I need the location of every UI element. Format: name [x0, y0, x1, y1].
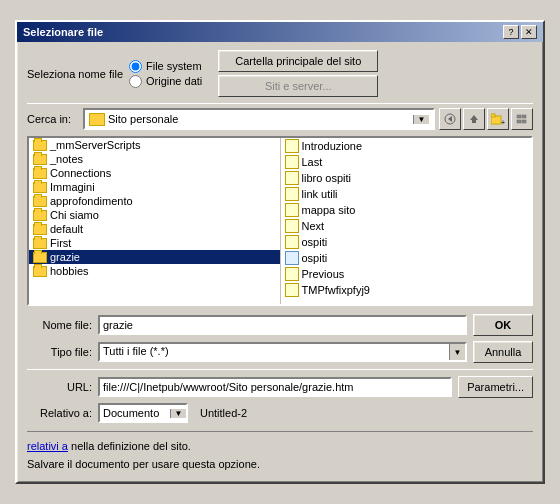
cerca-value: Sito personale: [108, 113, 410, 125]
folder-icon: [33, 154, 47, 165]
folder-icon: [33, 252, 47, 263]
html-icon: [285, 139, 299, 153]
dialog-content: Seleziona nome file File system Origine …: [17, 42, 543, 481]
html-icon: [285, 219, 299, 233]
file-item-libro-ospiti[interactable]: libro ospiti: [281, 170, 532, 186]
siti-button[interactable]: Siti e server...: [218, 75, 378, 97]
html-icon: [285, 283, 299, 297]
folder-icon: [33, 196, 47, 207]
file-item-last[interactable]: Last: [281, 154, 532, 170]
nav-buttons: +: [439, 108, 533, 130]
next-label: Next: [302, 220, 325, 232]
svg-rect-7: [517, 120, 521, 123]
tipo-file-value: Tutti i file (*.*): [100, 344, 449, 360]
html-icon: [285, 235, 299, 249]
file-item-mmServerScripts[interactable]: _mmServerScripts: [29, 138, 280, 152]
svg-rect-3: [491, 114, 495, 117]
relativo-docname: Untitled-2: [200, 407, 247, 419]
source-row: Seleziona nome file File system Origine …: [27, 50, 533, 97]
file-item-first[interactable]: First: [29, 236, 280, 250]
footer-link[interactable]: relativi a: [27, 440, 68, 452]
file-item-immagini[interactable]: Immagini: [29, 180, 280, 194]
file-item-grazie[interactable]: grazie: [29, 250, 280, 264]
html-icon2: [285, 251, 299, 265]
tipo-file-row: Tipo file: Tutti i file (*.*) ▼ Annulla: [27, 341, 533, 363]
file-item-tmpfwfixpfyj9[interactable]: TMPfwfixpfyj9: [281, 282, 532, 298]
folder-icon: [33, 182, 47, 193]
footer-line1-rest: nella definizione del sito.: [68, 440, 191, 452]
file-item-notes[interactable]: _notes: [29, 152, 280, 166]
tipo-file-label: Tipo file:: [27, 346, 92, 358]
cartella-button[interactable]: Cartella principale del sito: [218, 50, 378, 72]
html-icon: [285, 171, 299, 185]
file-item-default[interactable]: default: [29, 222, 280, 236]
folder-icon: [33, 140, 47, 151]
relativo-row: Relativo a: Documento ▼ Untitled-2: [27, 403, 533, 423]
title-bar: Selezionare file ? ✕: [17, 22, 543, 42]
nav-up-btn[interactable]: [463, 108, 485, 130]
nav-new-folder-btn[interactable]: +: [487, 108, 509, 130]
svg-rect-8: [522, 120, 526, 123]
folder-icon: [33, 210, 47, 221]
radio-origine-label: Origine dati: [146, 75, 202, 87]
relativo-combo: Documento ▼: [98, 403, 188, 423]
nav-back-btn[interactable]: [439, 108, 461, 130]
file-item-hobbies[interactable]: hobbies: [29, 264, 280, 278]
cerca-dropdown-btn[interactable]: ▼: [413, 115, 429, 124]
folder-icon: [33, 224, 47, 235]
svg-rect-5: [517, 115, 521, 118]
file-item-link-utili[interactable]: link utili: [281, 186, 532, 202]
relativo-dropdown-btn[interactable]: ▼: [170, 409, 186, 418]
file-item-connections[interactable]: Connections: [29, 166, 280, 180]
html-icon: [285, 187, 299, 201]
footer-line1: relativi a nella definizione del sito.: [27, 438, 533, 456]
file-item-ospiti2[interactable]: ospiti: [281, 250, 532, 266]
footer: relativi a nella definizione del sito. S…: [27, 431, 533, 473]
title-bar-buttons: ? ✕: [503, 25, 537, 39]
nav-view-btn[interactable]: [511, 108, 533, 130]
file-item-introduzione[interactable]: Introduzione: [281, 138, 532, 154]
tipo-file-combo: Tutti i file (*.*) ▼: [98, 342, 467, 362]
file-item-next[interactable]: Next: [281, 218, 532, 234]
folder-icon-cerca: [89, 113, 105, 126]
help-button[interactable]: ?: [503, 25, 519, 39]
close-button[interactable]: ✕: [521, 25, 537, 39]
cancel-button[interactable]: Annulla: [473, 341, 533, 363]
svg-text:+: +: [501, 119, 505, 125]
file-item-ospiti1[interactable]: ospiti: [281, 234, 532, 250]
folder-icon: [33, 238, 47, 249]
source-label: Seleziona nome file: [27, 68, 123, 80]
radio-origine: Origine dati: [129, 75, 202, 88]
file-list-left: _mmServerScripts _notes Connections Imma…: [29, 138, 281, 304]
svg-rect-1: [472, 120, 476, 123]
relativo-label: Relativo a:: [27, 407, 92, 419]
url-input[interactable]: [98, 377, 452, 397]
dialog-window: Selezionare file ? ✕ Seleziona nome file…: [15, 20, 545, 483]
tipo-file-dropdown-btn[interactable]: ▼: [449, 344, 465, 360]
folder-icon: [33, 168, 47, 179]
relativo-value: Documento: [100, 406, 170, 420]
radio-origine-input[interactable]: [129, 75, 142, 88]
params-button[interactable]: Parametri...: [458, 376, 533, 398]
separator-2: [27, 369, 533, 370]
file-item-previous[interactable]: Previous: [281, 266, 532, 282]
nome-file-row: Nome file: OK: [27, 314, 533, 336]
footer-line2: Salvare il documento per usare questa op…: [27, 456, 533, 474]
file-list-right: Introduzione Last libro ospiti link util…: [281, 138, 532, 304]
cerca-row: Cerca in: Sito personale ▼ +: [27, 108, 533, 130]
ok-button[interactable]: OK: [473, 314, 533, 336]
radio-filesystem: File system: [129, 60, 202, 73]
separator-1: [27, 103, 533, 104]
file-item-mappa-sito[interactable]: mappa sito: [281, 202, 532, 218]
file-item-chisiamo[interactable]: Chi siamo: [29, 208, 280, 222]
file-item-approfondimento[interactable]: approfondimento: [29, 194, 280, 208]
file-list-container: _mmServerScripts _notes Connections Imma…: [27, 136, 533, 306]
nome-file-input[interactable]: [98, 315, 467, 335]
html-icon: [285, 203, 299, 217]
nome-file-label: Nome file:: [27, 319, 92, 331]
html-icon: [285, 155, 299, 169]
radio-filesystem-label: File system: [146, 60, 202, 72]
radio-filesystem-input[interactable]: [129, 60, 142, 73]
cerca-label: Cerca in:: [27, 113, 79, 125]
radio-group: File system Origine dati: [129, 60, 202, 88]
